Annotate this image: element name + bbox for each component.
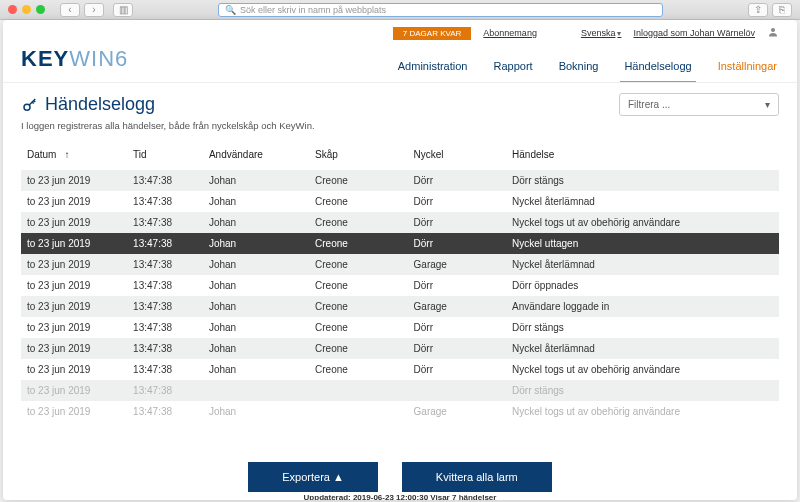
cell-handelse: Dörr stängs (506, 170, 779, 191)
cell-skap (309, 401, 408, 422)
table-row[interactable]: to 23 jun 201913:47:38JohanCreoneDörrNyc… (21, 191, 779, 212)
maximize-window-icon[interactable] (36, 5, 45, 14)
cell-skap: Creone (309, 338, 408, 359)
col-tid[interactable]: Tid (127, 141, 203, 170)
table-row[interactable]: to 23 jun 201913:47:38JohanCreoneDörrNyc… (21, 212, 779, 233)
cell-datum: to 23 jun 2019 (21, 359, 127, 380)
language-select[interactable]: Svenska▾ (581, 28, 622, 38)
search-icon: 🔍 (225, 5, 236, 15)
page-heading-row: Händelselogg Filtrera ... ▾ (3, 83, 797, 120)
tabs-icon[interactable]: ⎘ (772, 3, 792, 17)
cell-nyckel: Dörr (408, 275, 507, 296)
top-strip: 7 DAGAR KVAR Abonnemang Svenska▾ Inlogga… (3, 20, 797, 42)
cell-tid: 13:47:38 (127, 275, 203, 296)
cell-tid: 13:47:38 (127, 380, 203, 401)
cell-anv: Johan (203, 359, 309, 380)
cell-handelse: Nyckel återlämnad (506, 191, 779, 212)
cell-anv: Johan (203, 401, 309, 422)
table-row[interactable]: to 23 jun 201913:47:38JohanCreoneDörrDör… (21, 317, 779, 338)
col-handelse[interactable]: Händelse (506, 141, 779, 170)
filter-select[interactable]: Filtrera ... ▾ (619, 93, 779, 116)
cell-skap: Creone (309, 191, 408, 212)
cell-tid: 13:47:38 (127, 296, 203, 317)
cell-tid: 13:47:38 (127, 338, 203, 359)
close-window-icon[interactable] (8, 5, 17, 14)
subscription-link[interactable]: Abonnemang (483, 28, 537, 38)
cell-handelse: Dörr stängs (506, 317, 779, 338)
tab-installningar[interactable]: Inställningar (716, 60, 779, 82)
cell-anv: Johan (203, 191, 309, 212)
cell-handelse: Nyckel togs ut av obehörig användare (506, 401, 779, 422)
forward-button[interactable]: › (84, 3, 104, 17)
page-title: Händelselogg (21, 94, 155, 115)
user-icon (767, 26, 779, 40)
logged-in-user-link[interactable]: Inloggad som Johan Wärnelöv (633, 28, 755, 38)
share-icon[interactable]: ⇪ (748, 3, 768, 17)
cell-datum: to 23 jun 2019 (21, 191, 127, 212)
tab-handelselogg[interactable]: Händelselogg (622, 60, 693, 82)
table-row[interactable]: to 23 jun 201913:47:38JohanGarageNyckel … (21, 401, 779, 422)
browser-chrome: ‹ › ▥ 🔍 Sök eller skriv in namn på webbp… (0, 0, 800, 20)
cell-anv (203, 380, 309, 401)
cell-nyckel: Dörr (408, 233, 507, 254)
cell-datum: to 23 jun 2019 (21, 254, 127, 275)
cell-tid: 13:47:38 (127, 212, 203, 233)
tab-rapport[interactable]: Rapport (491, 60, 534, 82)
tab-bokning[interactable]: Bokning (557, 60, 601, 82)
cell-handelse: Dörr stängs (506, 380, 779, 401)
event-table: Datum↑ Tid Andvändare Skåp Nyckel Händel… (21, 141, 779, 422)
chevron-down-icon: ▾ (765, 99, 770, 110)
status-line: Uppdaterad: 2019-06-23 12:00:30 Visar 7 … (3, 493, 797, 500)
sort-asc-icon: ↑ (64, 149, 69, 160)
table-row[interactable]: to 23 jun 201913:47:38JohanCreoneDörrNyc… (21, 359, 779, 380)
table-row[interactable]: to 23 jun 201913:47:38JohanCreoneGarageA… (21, 296, 779, 317)
cell-nyckel (408, 380, 507, 401)
cell-nyckel: Dörr (408, 212, 507, 233)
cell-tid: 13:47:38 (127, 359, 203, 380)
cell-nyckel: Dörr (408, 191, 507, 212)
header: KEYWIN6 Administration Rapport Bokning H… (3, 42, 797, 83)
cell-anv: Johan (203, 254, 309, 275)
cell-nyckel: Dörr (408, 317, 507, 338)
col-datum[interactable]: Datum↑ (21, 141, 127, 170)
ack-alarms-button[interactable]: Kvittera alla larm (402, 462, 552, 492)
app-window: 7 DAGAR KVAR Abonnemang Svenska▾ Inlogga… (3, 20, 797, 500)
window-controls (8, 5, 45, 14)
cell-datum: to 23 jun 2019 (21, 380, 127, 401)
cell-nyckel: Dörr (408, 170, 507, 191)
cell-skap: Creone (309, 296, 408, 317)
cell-datum: to 23 jun 2019 (21, 296, 127, 317)
cell-datum: to 23 jun 2019 (21, 233, 127, 254)
cell-nyckel: Garage (408, 296, 507, 317)
cell-datum: to 23 jun 2019 (21, 170, 127, 191)
url-input[interactable]: 🔍 Sök eller skriv in namn på webbplats (218, 3, 663, 17)
col-nyckel[interactable]: Nyckel (408, 141, 507, 170)
cell-anv: Johan (203, 233, 309, 254)
back-button[interactable]: ‹ (60, 3, 80, 17)
cell-tid: 13:47:38 (127, 317, 203, 338)
cell-skap: Creone (309, 170, 408, 191)
export-button[interactable]: Exportera ▲ (248, 462, 378, 492)
page-description: I loggen registreras alla händelser, båd… (3, 120, 797, 141)
col-skap[interactable]: Skåp (309, 141, 408, 170)
logo: KEYWIN6 (21, 46, 128, 82)
sidebar-toggle-icon[interactable]: ▥ (113, 3, 133, 17)
action-bar: Exportera ▲ Kvittera alla larm (3, 462, 797, 492)
main-nav: Administration Rapport Bokning Händelsel… (396, 60, 779, 82)
cell-handelse: Nyckel återlämnad (506, 338, 779, 359)
cell-datum: to 23 jun 2019 (21, 317, 127, 338)
cell-tid: 13:47:38 (127, 233, 203, 254)
table-row[interactable]: to 23 jun 201913:47:38JohanCreoneDörrDör… (21, 275, 779, 296)
tab-administration[interactable]: Administration (396, 60, 470, 82)
col-anvandare[interactable]: Andvändare (203, 141, 309, 170)
table-row[interactable]: to 23 jun 201913:47:38JohanCreoneDörrDör… (21, 170, 779, 191)
table-row[interactable]: to 23 jun 201913:47:38JohanCreoneDörrNyc… (21, 338, 779, 359)
svg-point-0 (771, 28, 775, 32)
cell-handelse: Nyckel återlämnad (506, 254, 779, 275)
minimize-window-icon[interactable] (22, 5, 31, 14)
table-row[interactable]: to 23 jun 201913:47:38JohanCreoneGarageN… (21, 254, 779, 275)
table-row[interactable]: to 23 jun 201913:47:38JohanCreoneDörrNyc… (21, 233, 779, 254)
table-row[interactable]: to 23 jun 201913:47:38Dörr stängs (21, 380, 779, 401)
cell-skap: Creone (309, 254, 408, 275)
cell-skap: Creone (309, 317, 408, 338)
